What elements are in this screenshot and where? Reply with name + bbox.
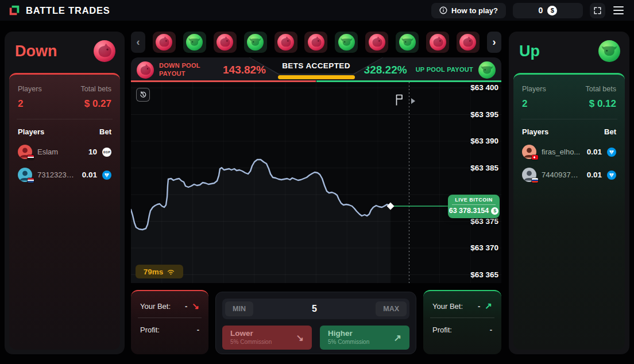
history-tile-up: [335, 32, 358, 53]
bet-amount-input[interactable]: 5: [253, 304, 376, 314]
bear-orb-icon: [459, 34, 476, 51]
player-row: 73123233970.01: [18, 168, 111, 182]
history-tile-down: [426, 32, 449, 53]
up-pool-card: Players Total bets 2 $ 0.12 Players Bet …: [513, 73, 625, 350]
player-avatar: [18, 145, 32, 159]
player-name: 7312323397: [37, 171, 77, 179]
egp-coin-icon: EGP: [102, 148, 111, 157]
min-button[interactable]: MIN: [225, 301, 253, 316]
up-panel-title: Up: [519, 42, 540, 60]
player-bet: 0.01: [587, 148, 602, 156]
latency-value: 79ms: [144, 268, 164, 276]
down-pool-payout-label: DOWN POOL PAYOUT: [159, 62, 210, 77]
bull-orb-icon: [598, 40, 620, 62]
player-row: firas_elho...0.01: [522, 145, 616, 159]
flag-ru-icon: [532, 178, 538, 183]
lower-label: Lower: [230, 329, 272, 339]
profit-label: Profit:: [140, 326, 160, 334]
lower-commission: 5% Commission: [230, 339, 272, 346]
bull-orb-icon: [338, 34, 355, 51]
price-chart: $63 400$63 395$63 390$63 385$63 375$63 3…: [131, 82, 501, 283]
bear-orb-icon: [308, 34, 324, 51]
history-tile-up: [396, 32, 419, 53]
up-pool-panel: Up Players Total bets 2 $ 0.12 Players B…: [509, 32, 629, 354]
flag-eg-icon: [28, 155, 34, 160]
lower-bet-button[interactable]: Lower 5% Commission ↘: [222, 326, 312, 350]
clock-history-icon: [139, 91, 147, 99]
bull-orb-icon: [186, 34, 203, 51]
live-price-badge: LIVE BITCOIN 63 378.3154 $: [448, 195, 500, 218]
balance-value: 0: [539, 6, 543, 15]
round-status: BETS ACCEPTED: [250, 57, 382, 74]
price-axis-label: $63 385: [470, 164, 498, 172]
max-button[interactable]: MAX: [376, 301, 407, 316]
total-bets-value: $ 0.12: [589, 98, 616, 110]
bet-amount-row: MIN 5 MAX: [222, 299, 409, 319]
bet-controls: MIN 5 MAX Lower 5% Commission ↘ Higher 5…: [215, 292, 416, 354]
logo: BATTLE TRADES: [8, 4, 110, 17]
flag-tr-icon: [532, 155, 538, 160]
your-bet-value: -: [185, 302, 187, 311]
history-next-button[interactable]: ›: [487, 32, 501, 53]
how-to-play-label: How to play?: [451, 6, 498, 15]
history-tile-down: [365, 32, 388, 53]
bear-orb-icon: [137, 61, 154, 79]
player-bet: 0.01: [82, 171, 97, 179]
up-players-list: firas_elho...0.0174409373120.01: [522, 145, 616, 182]
bear-orb-icon: [430, 34, 446, 51]
live-badge-title: LIVE BITCOIN: [448, 197, 500, 203]
your-bet-label: Your Bet:: [140, 302, 171, 311]
latency-badge: 79ms: [136, 265, 183, 278]
down-arrow-icon: ↘: [296, 332, 304, 343]
flag-nl-icon: [28, 178, 34, 183]
dollar-coin-icon: $: [491, 207, 498, 215]
higher-label: Higher: [328, 329, 369, 339]
your-bet-label: Your Bet:: [432, 302, 463, 311]
bear-orb-icon: [277, 34, 294, 51]
bear-orb-icon: [94, 40, 115, 62]
logo-icon: [8, 4, 21, 17]
info-icon: [439, 6, 447, 14]
fullscreen-button[interactable]: [590, 3, 605, 18]
player-bet: 0.01: [587, 171, 602, 179]
logo-text: BATTLE TRADES: [26, 5, 110, 16]
balance-button[interactable]: 0 $: [513, 3, 583, 18]
chart-history-button[interactable]: [136, 88, 150, 102]
player-row: Eslam10EGP: [18, 145, 111, 159]
history-prev-button[interactable]: ‹: [131, 32, 145, 53]
rounds-history-strip: ‹ ›: [131, 32, 501, 53]
top-bar: BATTLE TRADES How to play? 0 $: [0, 0, 634, 21]
history-tile-down: [457, 32, 480, 53]
profit-label: Profit:: [432, 326, 452, 334]
bull-orb-icon: [478, 61, 496, 79]
players-count: 2: [522, 98, 527, 110]
payout-bar: DOWN POOL PAYOUT 143.82% 328.22% UP POOL…: [131, 57, 501, 82]
down-pool-panel: Down Players Total bets 2 $ 0.27 Players…: [5, 32, 125, 354]
battle-trades-app: BATTLE TRADES How to play? 0 $: [0, 0, 634, 364]
round-timer-bar: [278, 75, 355, 79]
down-panel-title: Down: [15, 42, 57, 60]
profit-value: -: [197, 326, 199, 334]
price-axis-label: $63 395: [470, 110, 498, 119]
higher-commission: 5% Commission: [328, 339, 369, 346]
bear-orb-icon: [217, 34, 233, 51]
history-tile-down: [214, 32, 237, 53]
your-bet-value: -: [478, 302, 480, 311]
player-bet: 10: [88, 148, 97, 156]
bear-orb-icon: [156, 34, 172, 51]
player-name: Eslam: [37, 148, 83, 156]
signal-icon: [167, 268, 175, 276]
price-axis-label: $63 365: [470, 270, 498, 279]
price-axis-label: $63 400: [470, 83, 498, 92]
higher-bet-button[interactable]: Higher 5% Commission ↗: [320, 326, 409, 350]
down-pool-payout-value: 143.82%: [223, 64, 266, 76]
menu-button[interactable]: [611, 3, 626, 18]
up-arrow-icon: ↗: [485, 301, 492, 311]
player-avatar: [18, 168, 32, 182]
players-count: 2: [18, 98, 23, 110]
ton-coin-icon: [102, 171, 111, 180]
history-tile-down: [275, 32, 297, 53]
how-to-play-button[interactable]: How to play?: [431, 3, 506, 18]
timeline-marker-icon: [411, 98, 415, 104]
price-axis-label: $63 390: [470, 137, 498, 145]
